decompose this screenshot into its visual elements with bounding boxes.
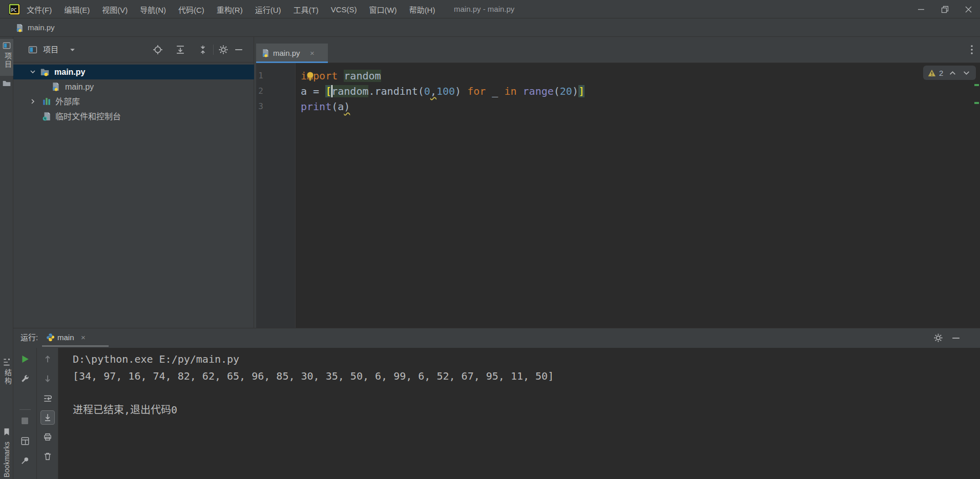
tab-options-more-icon[interactable] — [970, 45, 973, 55]
menu-vcs[interactable]: VCS(S) — [331, 5, 357, 14]
project-panel-header: 项目 — [13, 37, 254, 63]
close-button[interactable] — [956, 0, 980, 18]
line-number[interactable]: 1 — [256, 68, 263, 84]
project-strip-label: 项目 — [3, 52, 13, 69]
python-logo-icon — [46, 333, 55, 342]
code-token: in — [504, 85, 516, 97]
tab-close-icon[interactable]: × — [310, 44, 315, 63]
menu-help[interactable]: 帮助(H) — [409, 4, 435, 15]
menu-window[interactable]: 窗口(W) — [369, 4, 397, 15]
line-number[interactable]: 3 — [256, 99, 263, 114]
warning-icon — [928, 69, 936, 77]
restore-layout-icon[interactable] — [20, 436, 30, 446]
pycharm-window: PC 文件(F) 编辑(E) 视图(V) 导航(N) 代码(C) 重构(R) 运… — [0, 0, 980, 479]
libraries-icon — [42, 97, 51, 106]
pin-tab-icon[interactable] — [20, 456, 30, 465]
scroll-to-end-button[interactable] — [40, 410, 55, 425]
tree-row-scratches[interactable]: 临时文件和控制台 — [13, 109, 254, 124]
menu-edit[interactable]: 编辑(E) — [64, 4, 90, 15]
run-panel-hide-icon[interactable] — [952, 337, 960, 340]
code-line-2[interactable]: a = [random.randint(0,100) for _ in rang… — [301, 84, 585, 99]
expand-all-icon[interactable] — [175, 45, 185, 55]
line-number[interactable]: 2 — [256, 84, 263, 99]
code-token: 100 — [436, 85, 455, 97]
hide-panel-icon[interactable] — [235, 48, 243, 51]
edit-config-wrench-icon[interactable] — [20, 374, 30, 383]
code-token: print — [301, 100, 331, 113]
project-panel: 项目 — [13, 37, 254, 328]
tree-row-project-root[interactable]: main.py — [13, 65, 254, 79]
run-tab-close-icon[interactable]: × — [81, 328, 86, 347]
folder-python-icon — [40, 67, 50, 77]
code-token: random — [344, 70, 381, 82]
structure-tool-button[interactable]: 结构 — [0, 357, 13, 403]
code-token: ) — [455, 85, 467, 97]
inspections-widget[interactable]: 2 — [923, 66, 976, 80]
editor-tab-main-py[interactable]: main.py × — [256, 44, 328, 63]
menu-run[interactable]: 运行(U) — [255, 4, 281, 15]
tree-label: main.py — [54, 65, 85, 79]
next-warning-chevron-down-icon[interactable] — [963, 71, 970, 75]
scrollbar-mark-green — [974, 102, 979, 104]
tree-row-external-libs[interactable]: 外部库 — [13, 94, 254, 109]
prev-warning-chevron-up-icon[interactable] — [949, 71, 956, 75]
run-tab-underline — [42, 345, 109, 347]
project-panel-title[interactable]: 项目 — [43, 37, 58, 63]
structure-strip-label: 结构 — [3, 369, 13, 385]
menu-tools[interactable]: 工具(T) — [293, 4, 318, 15]
menu-code[interactable]: 代码(C) — [178, 4, 204, 15]
code-token — [338, 70, 344, 82]
restore-button[interactable] — [933, 0, 956, 18]
project-tool-button[interactable]: 项目 — [0, 39, 13, 76]
scrollbar-mark-green — [974, 84, 979, 86]
run-panel-title[interactable]: 运行: — [20, 328, 38, 347]
console-line-output: [34, 97, 16, 74, 82, 62, 65, 96, 85, 30,… — [73, 368, 554, 385]
menu-refactor[interactable]: 重构(R) — [217, 4, 243, 15]
chevron-down-icon[interactable] — [30, 69, 36, 74]
code-token: , — [430, 85, 436, 97]
soft-wrap-icon[interactable] — [43, 393, 52, 403]
rerun-button[interactable] — [20, 355, 30, 364]
console-toolbar — [37, 348, 58, 479]
menu-navigate[interactable]: 导航(N) — [140, 4, 166, 15]
title-bar: PC 文件(F) 编辑(E) 视图(V) 导航(N) 代码(C) 重构(R) 运… — [0, 0, 980, 18]
tree-row-main-file[interactable]: main.py — [13, 79, 254, 94]
chevron-right-icon[interactable] — [30, 98, 35, 105]
code-token: 0 — [424, 85, 430, 97]
code-token: for — [467, 85, 486, 97]
menu-file[interactable]: 文件(F) — [27, 4, 52, 15]
project-settings-icon[interactable] — [218, 45, 228, 55]
run-tab-label[interactable]: main — [57, 328, 74, 347]
collapse-all-icon[interactable] — [198, 45, 208, 55]
runner-divider — [19, 409, 31, 410]
intention-bulb-icon[interactable] — [305, 71, 316, 81]
bookmarks-tool-button[interactable]: Bookmarks — [0, 426, 13, 479]
clear-all-trash-icon[interactable] — [43, 452, 52, 461]
run-panel-header: 运行: main × — [13, 328, 980, 348]
code-token: ) — [344, 100, 350, 113]
window-title: main.py - main.py — [454, 0, 514, 18]
run-panel-settings-icon[interactable] — [933, 333, 943, 343]
folder-strip-icon[interactable] — [2, 79, 11, 88]
code-token: [ — [325, 85, 331, 97]
editor-area[interactable]: main.py × 2 — [256, 37, 980, 328]
tree-label: main.py — [65, 79, 94, 94]
minimize-button[interactable] — [909, 0, 933, 18]
up-stack-trace-icon — [43, 355, 52, 364]
project-header-chevron-down-icon[interactable] — [70, 48, 75, 52]
svg-text:PC: PC — [11, 8, 17, 13]
project-view-icon — [2, 41, 11, 50]
code-token: random — [331, 85, 368, 97]
breadcrumb[interactable]: main.py — [28, 18, 55, 37]
menu-view[interactable]: 视图(V) — [102, 4, 128, 15]
pycharm-logo-icon[interactable]: PC — [9, 4, 20, 15]
python-file-icon — [15, 24, 24, 32]
console-output[interactable]: D:\python.exe E:/py/main.py [34, 97, 16,… — [58, 348, 980, 479]
print-icon[interactable] — [43, 432, 52, 442]
code-token: .randint( — [368, 85, 424, 97]
tree-label: 外部库 — [55, 94, 80, 109]
warning-count: 2 — [939, 69, 943, 77]
locate-file-icon[interactable] — [153, 45, 163, 55]
code-token: range — [523, 85, 554, 97]
code-line-3[interactable]: print(a) — [301, 99, 350, 114]
